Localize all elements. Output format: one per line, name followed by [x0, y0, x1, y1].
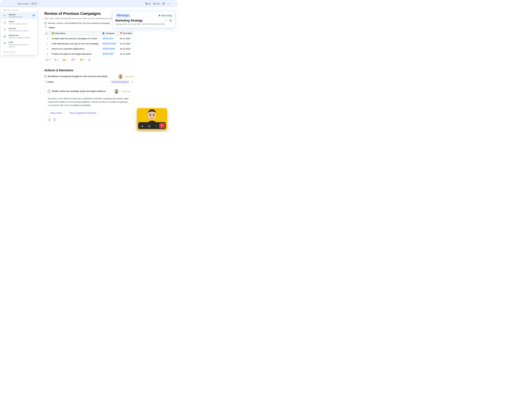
svg-point-4: [169, 3, 170, 4]
show-suggested-assignees-button[interactable]: Show suggested assignees: [67, 110, 99, 116]
keep-action-button[interactable]: Keep action: [48, 110, 65, 116]
camera-button[interactable]: ︿: [146, 123, 152, 128]
callout-task-text: Briefly review the campaign goals and ta…: [52, 90, 106, 93]
avatar[interactable]: [118, 74, 123, 79]
sparkle-icon: [44, 26, 47, 29]
meeting-badge[interactable]: Meetings: [115, 13, 131, 18]
bar-chart-icon: [4, 42, 6, 44]
reaction-100[interactable]: 💯2: [70, 58, 77, 62]
reaction-thinking[interactable]: 🤔2: [78, 58, 85, 62]
meeting-title: Marketing Strategy: [115, 19, 143, 22]
end-call-button[interactable]: [159, 123, 165, 128]
reaction-tag[interactable]: 2: [53, 58, 60, 62]
ai-assistant-label[interactable]: iAdam: [47, 81, 54, 83]
svg-point-19: [120, 75, 121, 77]
notes-icon: [162, 2, 165, 5]
callout-message: Hey there, John Wills currently has a si…: [48, 97, 130, 107]
mic-button[interactable]: ︿: [139, 123, 146, 128]
table-row[interactable]: 4Finalize and approve the budget allocat…: [44, 51, 134, 56]
col-index: #: [44, 31, 50, 36]
mention[interactable]: @John doe: [102, 37, 114, 40]
comment-icon: [46, 59, 48, 61]
more-button[interactable]: [167, 2, 170, 5]
ai-callout: Briefly review the campaign goals and ta…: [44, 86, 134, 124]
avatar[interactable]: [114, 89, 119, 93]
svg-point-17: [89, 59, 90, 61]
sparkle-icon: [44, 80, 47, 83]
table-row[interactable]: 3Reach out to potential collaborators@Sa…: [44, 46, 134, 51]
svg-point-5: [4, 15, 4, 15]
phone-hangup-icon: [161, 124, 163, 127]
tag-icon: [54, 59, 56, 61]
tasks-table: # ✅Task Name 👤Assignee 📅Due Date 1Compil…: [44, 31, 134, 56]
reaction-hug[interactable]: 🤗2: [61, 58, 68, 62]
svg-point-10: [5, 30, 6, 30]
call-more-button[interactable]: [152, 123, 159, 128]
svg-point-15: [167, 20, 167, 21]
due-label: Tomorrow: [121, 90, 130, 93]
circle-bullet-icon: [44, 22, 47, 25]
more-horizontal-icon: [155, 124, 157, 127]
svg-point-7: [4, 16, 4, 16]
col-due-date: 📅Due Date: [118, 31, 133, 36]
dropdown-item-decision[interactable]: DecisionRecord decision making: [1, 26, 37, 33]
dropdown-item-action[interactable]: ActionAdd and assign actions: [1, 19, 37, 26]
cursor-click-icon: [32, 14, 35, 17]
layers-icon: [153, 2, 156, 5]
emoji-add-icon: [88, 59, 91, 61]
svg-point-21: [116, 90, 117, 92]
documents-icon: [145, 2, 148, 5]
ai-assistant-label[interactable]: iAdam: [48, 26, 55, 29]
mention[interactable]: @Sara Jones: [102, 47, 115, 50]
reaction-add[interactable]: [87, 58, 92, 62]
add-content-button[interactable]: [30, 2, 38, 5]
reaction-comment[interactable]: 2: [44, 58, 51, 62]
divider: [44, 65, 134, 65]
svg-point-13: [165, 20, 165, 21]
meeting-card: Meetings Running Marketing Strategy Sund…: [112, 11, 175, 28]
chevron-up-icon[interactable]: [131, 81, 134, 83]
reactions-bar: 2 2 🤗2 💯2 🤔2: [44, 58, 172, 62]
dropdown-item-agenda[interactable]: AgendaAdd talking points: [1, 12, 37, 19]
dropdown-item-attachment[interactable]: AttachmentAdd files, images or videos: [1, 33, 37, 40]
top-bar: Add content: (6) (10): [0, 0, 177, 7]
status-dot-icon: [159, 15, 160, 16]
camera-icon: [148, 125, 150, 128]
add-content-dropdown: MEETING CONTENT AgendaAdd talking points…: [1, 7, 37, 55]
svg-point-27: [155, 125, 155, 126]
documents-count[interactable]: (6): [145, 2, 151, 5]
svg-point-23: [150, 115, 151, 116]
svg-point-14: [166, 20, 166, 21]
table-row[interactable]: 1Compile data from previous campaigns fo…: [44, 36, 134, 41]
layers-count[interactable]: (10): [153, 2, 160, 5]
mention[interactable]: @James Andy: [102, 42, 116, 45]
star-icon[interactable]: [169, 19, 172, 22]
mention[interactable]: @Alex Matt: [102, 53, 114, 55]
svg-rect-25: [142, 125, 143, 127]
video-call-widget[interactable]: ︿ ︿: [137, 108, 167, 130]
table-row[interactable]: 2Draft initial designs and copy for the …: [44, 41, 134, 46]
thumbs-down-icon[interactable]: [53, 118, 56, 121]
due-label: Tomorrow: [125, 75, 134, 78]
meeting-status: Running: [159, 14, 172, 17]
svg-rect-26: [148, 126, 149, 127]
svg-point-9: [4, 30, 5, 30]
thumbs-up-icon[interactable]: [48, 118, 51, 121]
add-content-label: Add content:: [18, 2, 29, 5]
more-horizontal-icon[interactable]: [164, 19, 167, 22]
svg-point-3: [169, 3, 169, 4]
fork-icon: [4, 28, 6, 31]
dropdown-section-meeting: MEETING CONTENT: [1, 7, 37, 12]
svg-point-24: [153, 115, 154, 116]
notes-button[interactable]: [162, 2, 165, 5]
svg-point-16: [55, 59, 55, 60]
agenda-item-2: Breakdown of proposed budget for each ch…: [44, 74, 134, 79]
col-assignee: 👤Assignee: [101, 31, 118, 36]
realtime-actions-toggle[interactable]: Real-time actions: [110, 80, 130, 84]
checkbox-icon: [4, 21, 6, 24]
dropdown-item-polls[interactable]: PollsRecord important votes & opinions: [1, 40, 37, 49]
mic-icon: [141, 125, 144, 128]
circle-bullet-icon: [44, 75, 47, 78]
checkbox[interactable]: [48, 90, 51, 93]
svg-point-29: [156, 125, 157, 126]
